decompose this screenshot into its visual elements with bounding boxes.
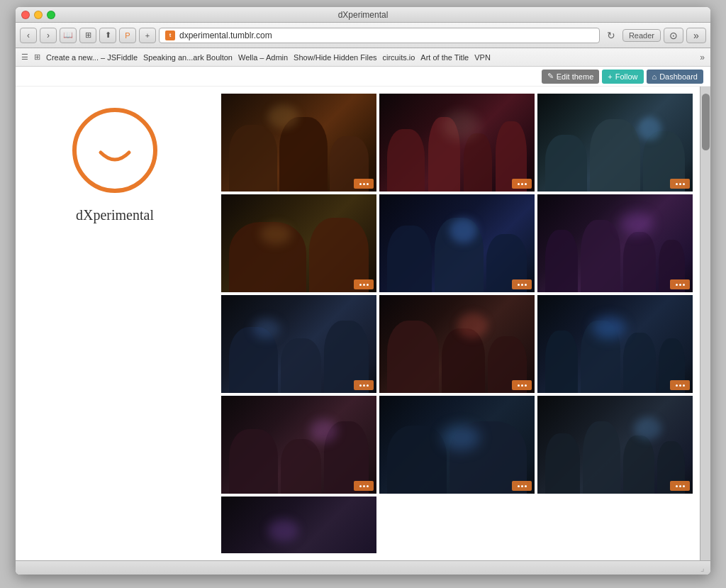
photo-cell-2[interactable] — [379, 94, 535, 192]
pinterest-button[interactable]: P — [119, 28, 136, 43]
address-bar[interactable]: t dxperimental.tumblr.com — [159, 28, 600, 43]
grid-button[interactable]: ⊞ — [79, 28, 96, 43]
photo-cell-8[interactable] — [379, 295, 535, 393]
reload-button[interactable]: ↻ — [603, 28, 620, 43]
titlebar: dXperimental — [16, 7, 710, 23]
photo-cell-3[interactable] — [537, 94, 693, 192]
photo-cell-13[interactable] — [221, 497, 376, 553]
resize-handle[interactable]: ⌟ — [700, 563, 705, 573]
follow-button[interactable]: + Follow — [602, 70, 643, 84]
photo-badge-4 — [354, 279, 374, 289]
maximize-button[interactable] — [47, 11, 55, 19]
blog-logo — [72, 108, 157, 193]
photo-badge-9 — [670, 380, 690, 390]
tumblr-action-bar: ✎ Edit theme + Follow ⌂ Dashboard — [16, 67, 710, 87]
minimize-button[interactable] — [34, 11, 43, 19]
share-button[interactable]: ⬆ — [99, 28, 116, 43]
photo-badge-11 — [512, 481, 532, 491]
page-body: dXperimental — [16, 87, 710, 560]
bookmark-vpn[interactable]: VPN — [474, 53, 491, 62]
window-title: dXperimental — [338, 10, 389, 20]
photo-cell-9[interactable] — [537, 295, 693, 393]
scrollbar-track[interactable] — [700, 87, 710, 560]
grid-icon: ⊞ — [34, 52, 40, 62]
plus-icon: + — [608, 72, 612, 81]
photo-cell-1[interactable] — [221, 94, 376, 192]
bookmark-speaking[interactable]: Speaking an...ark Boulton — [143, 53, 233, 62]
close-button[interactable] — [21, 11, 30, 19]
blog-title: dXperimental — [76, 207, 154, 223]
photo-cell-10[interactable] — [221, 396, 376, 494]
blog-sidebar: dXperimental — [16, 87, 214, 560]
status-bar: ⌟ — [16, 560, 710, 575]
bookmark-wella[interactable]: Wella – Admin — [238, 53, 288, 62]
browser-window: dXperimental ‹ › 📖 ⊞ ⬆ P + t dxperimenta… — [16, 7, 710, 575]
back-button[interactable]: ‹ — [20, 28, 37, 43]
bookmark-hidden-files[interactable]: Show/Hide Hidden Files — [294, 53, 376, 62]
browser-toolbar: ‹ › 📖 ⊞ ⬆ P + t dxperimental.tumblr.com … — [16, 23, 710, 48]
more-button[interactable]: » — [686, 28, 706, 43]
smile-icon — [90, 126, 140, 175]
reader-mode-button[interactable]: Reader — [622, 29, 661, 42]
photo-cell-5[interactable] — [379, 194, 535, 292]
photo-cell-6[interactable] — [537, 194, 693, 292]
edit-theme-button[interactable]: ✎ Edit theme — [542, 70, 600, 84]
photo-cell-7[interactable] — [221, 295, 376, 393]
photo-cell-4[interactable] — [221, 194, 376, 292]
photo-badge-2 — [512, 179, 532, 189]
photo-badge-7 — [354, 380, 374, 390]
site-favicon: t — [165, 30, 175, 40]
bookmark-circuits[interactable]: circuits.io — [383, 53, 415, 62]
photo-badge-10 — [354, 481, 374, 491]
photo-badge-1 — [354, 179, 374, 189]
photo-cell-11[interactable] — [379, 396, 535, 494]
photo-grid[interactable] — [214, 87, 700, 560]
dashboard-button[interactable]: ⌂ Dashboard — [647, 70, 703, 84]
photo-badge-5 — [512, 279, 532, 289]
window-controls — [21, 11, 55, 19]
forward-button[interactable]: › — [40, 28, 57, 43]
reading-list-icon: ☰ — [21, 52, 28, 62]
bookmark-jsfiddle[interactable]: Create a new... – JSFiddle — [46, 53, 138, 62]
photo-cell-12[interactable] — [537, 396, 693, 494]
new-tab-button[interactable]: + — [139, 28, 156, 43]
photo-badge-12 — [670, 481, 690, 491]
screenshot-button[interactable]: ⊙ — [664, 28, 683, 43]
home-icon: ⌂ — [652, 72, 657, 81]
bookmark-art-of-title[interactable]: Art of the Title — [420, 53, 469, 62]
photo-badge-3 — [670, 179, 690, 189]
content-area — [214, 87, 710, 560]
pencil-icon: ✎ — [547, 72, 554, 81]
bookmarks-bar: ☰ ⊞ Create a new... – JSFiddle Speaking … — [16, 48, 710, 67]
photo-badge-8 — [512, 380, 532, 390]
reading-list-button[interactable]: 📖 — [60, 28, 77, 43]
address-text: dxperimental.tumblr.com — [179, 30, 272, 40]
scrollbar-thumb[interactable] — [702, 94, 710, 150]
photo-badge-6 — [670, 279, 690, 289]
bookmarks-more-button[interactable]: » — [700, 52, 705, 62]
